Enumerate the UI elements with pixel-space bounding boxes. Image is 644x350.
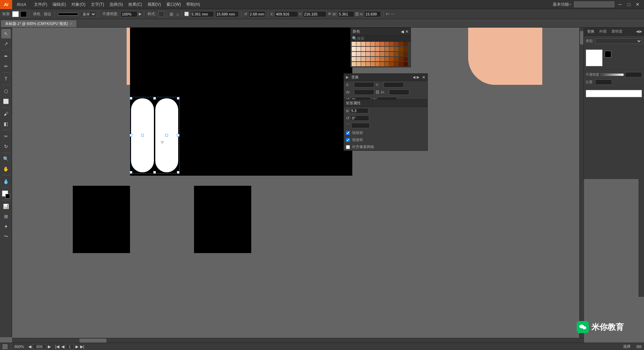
tool-scissors[interactable]: ✂ [1, 132, 11, 141]
tool-zoom[interactable]: 🔍 [1, 154, 11, 164]
tab-close-btn[interactable]: × [70, 22, 72, 26]
menu-view[interactable]: 视图(V) [145, 0, 164, 9]
artboard[interactable] [130, 28, 352, 176]
color-swatch-item[interactable] [352, 47, 356, 51]
color-swatch-item[interactable] [361, 42, 365, 46]
color-swatch-item[interactable] [380, 47, 384, 51]
tab-main[interactable]: 未标题-1* @ 600% (CMYK/GPU 预览) × [1, 20, 77, 27]
tool-pen[interactable]: ✒ [1, 51, 11, 61]
color-swatch-item[interactable] [404, 57, 408, 61]
y-coord-input[interactable] [303, 11, 326, 17]
radius-input[interactable] [350, 108, 368, 113]
page-last-btn[interactable]: ▶| [80, 344, 85, 349]
tool-mesh[interactable]: ⊞ [1, 212, 11, 221]
color-swatch-item[interactable] [389, 42, 394, 46]
color-swatch-item[interactable] [404, 62, 408, 66]
color-swatch-item[interactable] [356, 62, 361, 66]
color-swatch-item[interactable] [385, 62, 389, 66]
color-swatch-item[interactable] [371, 47, 375, 51]
color-swatch-item[interactable] [394, 47, 398, 51]
color-swatch-item[interactable] [352, 42, 356, 46]
tool-eyedrop[interactable]: 💧 [1, 177, 11, 186]
color-swatch-item[interactable] [356, 57, 361, 61]
h2-input[interactable] [364, 11, 381, 17]
small-stroke-swatch[interactable] [605, 51, 611, 58]
color-swatch-item[interactable] [375, 62, 380, 66]
color-swatch-item[interactable] [371, 57, 375, 61]
color-swatch-item[interactable] [389, 62, 394, 66]
bg-swatch[interactable] [5, 194, 10, 199]
page-input[interactable] [66, 344, 74, 349]
workspace-label[interactable]: 基本功能~ [553, 2, 571, 7]
color-swatch-item[interactable] [352, 62, 356, 66]
color-swatch-item[interactable] [361, 62, 365, 66]
menu-help[interactable]: 帮助(H) [184, 0, 203, 9]
rect-angle-input[interactable] [351, 115, 369, 121]
color-swatch-item[interactable] [375, 52, 380, 56]
menu-object[interactable]: 对象(O) [69, 0, 88, 9]
color-swatch-item[interactable] [389, 57, 394, 61]
color-swatch-item[interactable] [385, 57, 389, 61]
width-input[interactable] [190, 11, 214, 17]
w-input[interactable] [354, 90, 374, 95]
horizontal-scrollbar[interactable] [12, 338, 584, 343]
transform-next-btn[interactable]: ▶ [417, 75, 419, 79]
pill-right[interactable] [155, 98, 178, 172]
tool-select[interactable]: ↖ [1, 29, 11, 38]
color-swatch-item[interactable] [394, 57, 398, 61]
brush-select[interactable]: 基本 [80, 11, 96, 17]
color-swatch-item[interactable] [389, 47, 394, 51]
color-swatch-item[interactable] [404, 42, 408, 46]
tool-pencil[interactable]: ✏ [1, 62, 11, 71]
opacity-slider[interactable] [601, 73, 624, 76]
h-input[interactable] [389, 90, 409, 95]
fill-swatch[interactable] [12, 11, 19, 17]
color-swatch-item[interactable] [361, 47, 365, 51]
center-handle-left[interactable] [141, 134, 144, 137]
rot-input[interactable] [249, 11, 265, 17]
handle-bl[interactable] [130, 171, 132, 174]
scale-x-checkbox[interactable] [346, 131, 350, 135]
gradient-bar[interactable] [586, 90, 642, 97]
x-coord-input[interactable] [275, 11, 298, 17]
style-swatch[interactable] [158, 11, 164, 17]
color-swatch-item[interactable] [352, 57, 356, 61]
fill-stroke-pair[interactable] [2, 190, 10, 199]
position-input[interactable] [595, 79, 612, 85]
color-swatch-item[interactable] [361, 57, 365, 61]
canvas-area[interactable] [12, 28, 543, 343]
color-swatch-item[interactable] [385, 47, 389, 51]
page-next-btn[interactable]: ▶ [74, 344, 79, 349]
color-swatch-item[interactable] [394, 42, 398, 46]
menu-file[interactable]: 文件(F) [31, 0, 50, 9]
zoom-prev-btn[interactable]: ◀ [27, 344, 32, 349]
color-swatch-item[interactable] [380, 62, 384, 66]
type-select[interactable] [595, 38, 642, 44]
pill-group-wrapper[interactable] [131, 98, 178, 172]
curve-input[interactable] [351, 123, 370, 128]
color-swatch-item[interactable] [404, 52, 408, 56]
handle-br[interactable] [177, 171, 180, 174]
minimize-button[interactable]: ─ [617, 1, 623, 7]
page-prev-btn[interactable]: ◀ [60, 344, 65, 349]
handle-ml[interactable] [130, 134, 132, 137]
tool-paint[interactable]: 🖌 [1, 109, 11, 118]
transform-prev-btn[interactable]: ◀ [413, 75, 415, 79]
tool-graph[interactable]: 📊 [1, 202, 11, 211]
color-swatch-item[interactable] [404, 47, 408, 51]
transform-close-btn[interactable]: ✕ [422, 75, 425, 80]
menu-window[interactable]: 窗口(W) [164, 0, 184, 9]
tool-direct-select[interactable]: ↗ [1, 39, 11, 48]
page-first-btn[interactable]: |◀ [55, 344, 60, 349]
h-scroll-thumb[interactable] [79, 339, 106, 343]
color-swatch-item[interactable] [371, 62, 375, 66]
tool-hand[interactable]: ✋ [1, 164, 11, 174]
panel-close-btn[interactable]: ✕ [405, 29, 409, 34]
变换-tab[interactable]: 变换 [586, 29, 596, 34]
color-swatch-item[interactable] [385, 42, 389, 46]
color-swatch-item[interactable] [356, 47, 361, 51]
color-swatch-item[interactable] [394, 62, 398, 66]
w2-input[interactable] [337, 11, 354, 17]
tool-warp[interactable]: 〜 [1, 232, 11, 241]
transform-expand[interactable]: ▶ [346, 75, 349, 79]
